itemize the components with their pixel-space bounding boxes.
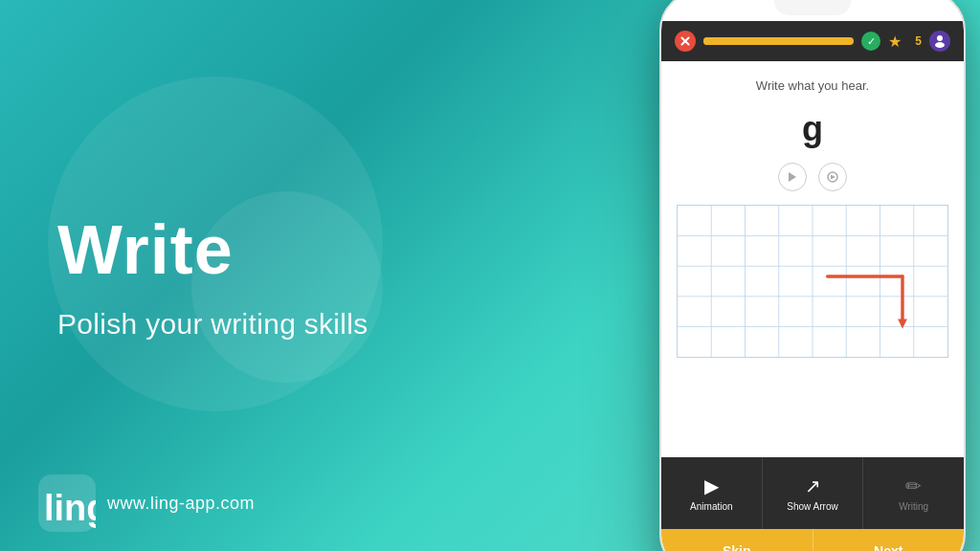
target-character: g	[802, 109, 823, 148]
pencil-icon: ✏	[905, 474, 922, 497]
progress-track	[703, 37, 854, 45]
writing-button[interactable]: ✏ Writing	[863, 457, 964, 529]
bottom-toolbar: ▶ Animation ↗ Show Arrow ✏ Writing	[661, 457, 964, 529]
svg-point-3	[935, 42, 945, 48]
profile-icon	[929, 31, 950, 52]
progress-fill	[703, 37, 832, 45]
logo-url: www.ling-app.com	[107, 494, 255, 514]
progress-bar-area: ✓ ★ 5	[661, 21, 964, 61]
action-buttons: Skip Next	[661, 529, 964, 551]
close-button[interactable]	[675, 31, 696, 52]
ling-logo-icon: ling	[38, 474, 96, 532]
animation-label: Animation	[690, 501, 732, 512]
normal-audio-button[interactable]	[818, 163, 847, 191]
skip-label: Skip	[723, 543, 751, 552]
animation-button[interactable]: ▶ Animation	[661, 457, 763, 529]
check-icon: ✓	[861, 32, 880, 51]
star-icon: ★	[888, 32, 907, 51]
slow-audio-button[interactable]	[778, 163, 807, 191]
skip-button[interactable]: Skip	[661, 529, 813, 551]
grid-svg	[678, 206, 947, 357]
show-arrow-button[interactable]: ↗ Show Arrow	[763, 457, 864, 529]
writing-grid[interactable]	[677, 205, 948, 358]
writing-grid-container	[661, 197, 964, 457]
app-content: ✓ ★ 5 Write what you hear. g	[661, 21, 964, 551]
writing-label: Writing	[899, 501, 928, 512]
show-arrow-label: Show Arrow	[787, 501, 837, 512]
svg-marker-4	[789, 172, 796, 182]
audio-buttons	[661, 157, 964, 197]
left-content: Write Polish your writing skills	[57, 210, 368, 341]
subtitle: Polish your writing skills	[57, 308, 368, 341]
svg-point-2	[937, 35, 943, 41]
play-icon: ▶	[704, 474, 719, 497]
svg-marker-6	[831, 175, 835, 180]
phone-top-bar	[661, 0, 964, 21]
logo-area: ling www.ling-app.com	[38, 474, 255, 532]
main-title: Write	[57, 210, 368, 289]
instruction-area: Write what you hear.	[661, 61, 964, 101]
next-label: Next	[874, 543, 902, 552]
next-button[interactable]: Next	[813, 529, 965, 551]
phone-body: ✓ ★ 5 Write what you hear. g	[659, 0, 966, 551]
instruction-text: Write what you hear.	[756, 78, 869, 93]
character-display: g	[661, 101, 964, 157]
svg-text:ling: ling	[44, 488, 96, 528]
arrow-icon: ↗	[805, 474, 821, 497]
score-number: 5	[915, 34, 922, 48]
phone-mockup: ✓ ★ 5 Write what you hear. g	[635, 0, 980, 551]
phone-notch	[774, 0, 851, 15]
svg-marker-18	[898, 320, 907, 329]
